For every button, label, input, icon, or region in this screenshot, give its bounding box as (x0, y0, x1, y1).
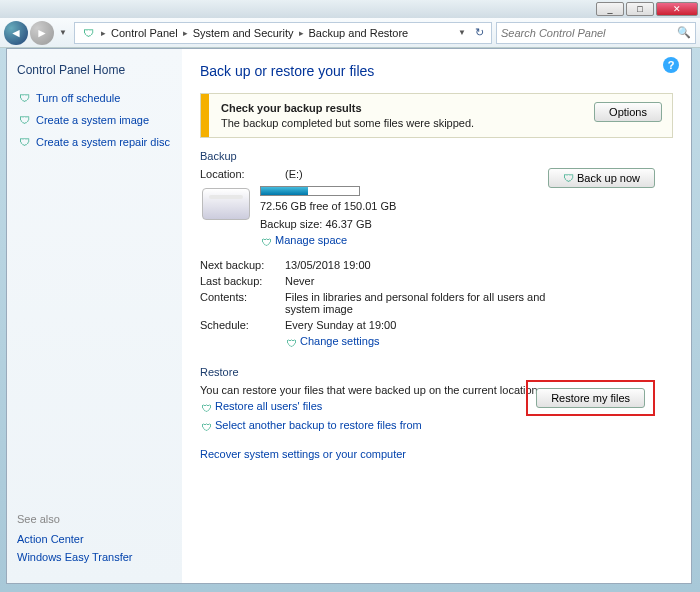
see-also: See also Action Center Windows Easy Tran… (17, 513, 133, 569)
options-button[interactable]: Options (594, 102, 662, 122)
see-also-easy-transfer[interactable]: Windows Easy Transfer (17, 551, 133, 563)
button-label: Back up now (577, 172, 640, 184)
location-label: Location: (200, 168, 285, 180)
restore-highlight: Restore my files (526, 380, 655, 416)
sidebar-item-create-repair-disc[interactable]: 🛡 Create a system repair disc (17, 135, 172, 149)
sidebar-item-turn-off-schedule[interactable]: 🛡 Turn off schedule (17, 91, 172, 105)
schedule-value: Every Sunday at 19:00 (285, 319, 673, 331)
address-dropdown[interactable]: ▼ (455, 28, 469, 37)
crumb-system-security[interactable]: System and Security (190, 25, 297, 41)
notice-title: Check your backup results (221, 102, 594, 114)
titlebar: _ □ ✕ (0, 0, 700, 18)
drive-space-bar (260, 186, 360, 196)
main-panel: ? Back up or restore your files Check yo… (182, 49, 691, 583)
next-backup-label: Next backup: (200, 259, 285, 271)
next-backup-value: 13/05/2018 19:00 (285, 259, 673, 271)
minimize-button[interactable]: _ (596, 2, 624, 16)
forward-button[interactable]: ► (30, 21, 54, 45)
crumb-control-panel[interactable]: Control Panel (108, 25, 181, 41)
shield-icon: 🛡 (200, 402, 213, 415)
search-box[interactable]: 🔍 (496, 22, 696, 44)
backup-section-header: Backup (200, 150, 673, 162)
chevron-right-icon[interactable]: ▸ (101, 28, 106, 38)
shield-icon: 🛡 (260, 236, 273, 249)
breadcrumb[interactable]: 🛡 ▸ Control Panel ▸ System and Security … (74, 22, 492, 44)
contents-label: Contents: (200, 291, 285, 315)
chevron-right-icon[interactable]: ▸ (299, 28, 304, 38)
search-icon[interactable]: 🔍 (677, 26, 691, 39)
nav-history-dropdown[interactable]: ▼ (56, 21, 70, 45)
shield-icon: 🛡 (285, 337, 298, 350)
sidebar-item-create-system-image[interactable]: 🛡 Create a system image (17, 113, 172, 127)
last-backup-label: Last backup: (200, 275, 285, 287)
last-backup-value: Never (285, 275, 673, 287)
sidebar-item-label: Create a system image (36, 114, 149, 126)
maximize-button[interactable]: □ (626, 2, 654, 16)
chevron-right-icon[interactable]: ▸ (183, 28, 188, 38)
backup-size-text: Backup size: 46.37 GB (260, 218, 396, 230)
shield-icon: 🛡 (17, 135, 31, 149)
shield-icon: 🛡 (17, 113, 31, 127)
close-button[interactable]: ✕ (656, 2, 698, 16)
drive-icon (202, 188, 250, 220)
search-input[interactable] (501, 27, 677, 39)
link-label: Recover system settings or your computer (200, 448, 406, 460)
sidebar-home[interactable]: Control Panel Home (17, 63, 172, 77)
sidebar-item-label: Turn off schedule (36, 92, 120, 104)
back-button[interactable]: ◄ (4, 21, 28, 45)
refresh-button[interactable]: ↻ (469, 26, 489, 39)
see-also-header: See also (17, 513, 133, 525)
shield-icon: 🛡 (17, 91, 31, 105)
manage-space-link[interactable]: 🛡Manage space (260, 234, 396, 249)
sidebar: Control Panel Home 🛡 Turn off schedule 🛡… (7, 49, 182, 583)
link-label: Restore all users' files (215, 400, 322, 412)
notice-banner: Check your backup results The backup com… (200, 93, 673, 138)
shield-icon: 🛡 (200, 421, 213, 434)
toolbar: ◄ ► ▼ 🛡 ▸ Control Panel ▸ System and Sec… (0, 18, 700, 48)
shield-icon: 🛡 (80, 25, 96, 41)
content-area: Control Panel Home 🛡 Turn off schedule 🛡… (6, 48, 692, 584)
restore-my-files-button[interactable]: Restore my files (536, 388, 645, 408)
link-label: Change settings (300, 335, 380, 347)
restore-section-header: Restore (200, 366, 673, 378)
recover-system-link[interactable]: Recover system settings or your computer (200, 448, 673, 460)
select-another-backup-link[interactable]: 🛡Select another backup to restore files … (200, 419, 673, 434)
notice-body: The backup completed but some files were… (221, 117, 594, 129)
crumb-backup-restore[interactable]: Backup and Restore (306, 25, 412, 41)
schedule-label: Schedule: (200, 319, 285, 331)
link-label: Select another backup to restore files f… (215, 419, 422, 431)
help-icon[interactable]: ? (663, 57, 679, 73)
contents-value: Files in libraries and personal folders … (285, 291, 565, 315)
shield-icon: 🛡 (563, 172, 577, 184)
back-up-now-button[interactable]: 🛡 Back up now (548, 168, 655, 188)
warning-stripe (201, 94, 209, 137)
sidebar-item-label: Create a system repair disc (36, 136, 170, 148)
link-label: Manage space (275, 234, 347, 246)
change-settings-link[interactable]: 🛡Change settings (285, 335, 673, 350)
see-also-action-center[interactable]: Action Center (17, 533, 133, 545)
page-title: Back up or restore your files (200, 63, 673, 79)
free-space-text: 72.56 GB free of 150.01 GB (260, 200, 396, 212)
